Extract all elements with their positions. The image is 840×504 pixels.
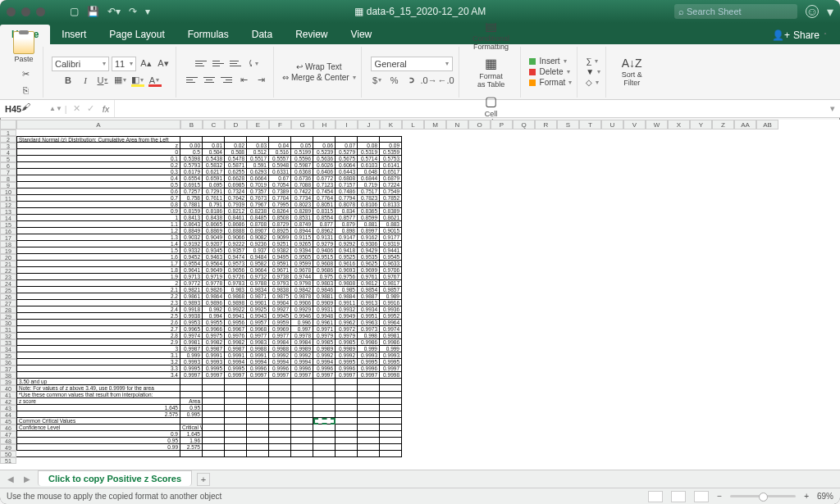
cell[interactable]: 3.2 <box>16 359 180 366</box>
cell[interactable]: 0.5948 <box>269 162 291 169</box>
cell[interactable]: 0.6368 <box>291 169 313 175</box>
cell[interactable] <box>358 411 380 418</box>
cell[interactable] <box>269 398 291 405</box>
cell[interactable] <box>358 438 380 444</box>
orientation-icon[interactable]: ⤹▾ <box>245 57 260 71</box>
cell[interactable]: 0.9994 <box>269 359 291 366</box>
cell[interactable]: 0.9032 <box>180 234 203 241</box>
align-center-icon[interactable] <box>202 75 217 86</box>
cell[interactable]: 0.9265 <box>291 241 313 247</box>
cell[interactable]: 1.7 <box>16 261 180 267</box>
cell[interactable]: 0.898 <box>336 228 358 234</box>
sort-filter-button[interactable]: A↓ZSort & Filter <box>614 55 649 89</box>
cell[interactable]: *Use these common values that result fro… <box>16 392 180 398</box>
cell[interactable]: 0.9881 <box>313 293 336 300</box>
format-as-table-button[interactable]: ▦Format as Table <box>472 54 511 90</box>
col-header[interactable]: U <box>601 120 623 129</box>
cell[interactable]: 0.9916 <box>380 300 402 306</box>
cell[interactable]: 0.9357 <box>225 247 247 254</box>
cell[interactable] <box>203 411 225 418</box>
col-header[interactable]: E <box>247 120 269 129</box>
cell[interactable] <box>269 136 291 143</box>
window-controls[interactable] <box>7 7 45 16</box>
cell[interactable] <box>380 438 402 444</box>
borders-button[interactable]: ▦▾ <box>112 73 127 88</box>
cell[interactable]: 0.9887 <box>358 293 380 300</box>
col-header[interactable]: T <box>579 120 601 129</box>
cell[interactable]: 0.9981 <box>180 339 203 346</box>
cell[interactable]: 0.6591 <box>203 175 225 182</box>
cell[interactable]: 0.8907 <box>247 228 269 234</box>
cell[interactable]: 0.881 <box>358 221 380 228</box>
cell[interactable]: 0.9772 <box>180 280 203 287</box>
cell[interactable]: 0.7517 <box>358 188 380 195</box>
cell[interactable] <box>336 392 358 398</box>
col-header[interactable]: A <box>16 120 180 129</box>
cell[interactable]: 0.9319 <box>380 241 402 247</box>
cell[interactable] <box>291 411 313 418</box>
cell[interactable]: 0.6443 <box>336 169 358 175</box>
cell[interactable]: 0.7734 <box>291 195 313 202</box>
underline-button[interactable]: U▾ <box>95 73 110 88</box>
cell[interactable]: 0.9984 <box>269 339 291 346</box>
row-header[interactable]: 1 <box>0 129 16 136</box>
cell[interactable]: 0.9943 <box>247 313 269 320</box>
row-header[interactable]: 34 <box>0 346 16 352</box>
row-header[interactable]: 24 <box>0 280 16 287</box>
cell[interactable] <box>247 425 269 431</box>
cell[interactable]: 0.512 <box>247 149 269 156</box>
cell[interactable]: 0.995 <box>180 411 203 418</box>
cell[interactable]: 0.7939 <box>225 202 247 208</box>
cell[interactable]: 1.5 <box>16 247 180 254</box>
row-header[interactable]: 45 <box>0 418 16 425</box>
row-header[interactable]: 48 <box>0 438 16 444</box>
cell[interactable]: 0.9306 <box>358 241 380 247</box>
cell[interactable]: 2.8 <box>16 333 180 339</box>
cell[interactable]: 0.9719 <box>203 274 225 280</box>
zoom-in-button[interactable]: + <box>804 492 809 501</box>
cell[interactable]: 0.9997 <box>203 372 225 379</box>
cell[interactable]: 0.9945 <box>269 313 291 320</box>
cell[interactable] <box>380 405 402 411</box>
cell[interactable]: 0.9929 <box>291 306 313 313</box>
cell[interactable]: 0.8133 <box>380 202 402 208</box>
cell[interactable]: 0.992 <box>203 306 225 313</box>
bold-button[interactable]: B <box>61 73 75 88</box>
col-header[interactable]: W <box>646 120 668 129</box>
cell[interactable]: 0.5714 <box>358 156 380 162</box>
cell[interactable]: 0.9992 <box>269 352 291 359</box>
cell[interactable]: 0.877 <box>313 221 336 228</box>
cell[interactable]: 0.9978 <box>291 333 313 339</box>
wrap-text-button[interactable]: ↩Wrap Text <box>296 62 342 71</box>
save-icon[interactable]: 💾 <box>87 6 99 17</box>
col-header[interactable]: F <box>269 120 291 129</box>
cell[interactable] <box>225 385 247 392</box>
cell[interactable] <box>225 438 247 444</box>
cell[interactable]: 0 <box>16 149 180 156</box>
cell[interactable]: 0.6772 <box>313 175 336 182</box>
cell[interactable]: 0.9162 <box>358 234 380 241</box>
sheet-tab-active[interactable]: Click to copy Positive z Scores <box>38 470 192 486</box>
row-header[interactable]: 35 <box>0 352 16 359</box>
cell[interactable]: 0.9616 <box>336 261 358 267</box>
row-header[interactable]: 33 <box>0 339 16 346</box>
cell[interactable]: 0.6664 <box>247 175 269 182</box>
cell[interactable] <box>291 425 313 431</box>
quick-access-toolbar[interactable]: ▢ 💾 ↶▾ ↷ ▾ <box>70 6 150 17</box>
cell[interactable]: 2.9 <box>16 339 180 346</box>
cell[interactable] <box>269 405 291 411</box>
cell[interactable]: 0.937 <box>247 247 269 254</box>
cell[interactable]: 0.9236 <box>247 241 269 247</box>
col-header[interactable]: M <box>424 120 446 129</box>
cell[interactable]: 0.9972 <box>336 326 358 333</box>
align-top-icon[interactable] <box>194 58 208 70</box>
cell[interactable]: 0.9904 <box>269 300 291 306</box>
cell[interactable]: 0.9798 <box>291 280 313 287</box>
cell[interactable]: 0.9864 <box>203 293 225 300</box>
cell[interactable]: 0.9932 <box>336 306 358 313</box>
cell[interactable]: 0.5517 <box>247 156 269 162</box>
cell[interactable]: 0.9599 <box>291 261 313 267</box>
autosum-button[interactable]: ∑▾ <box>586 57 598 66</box>
cell[interactable]: 0.9968 <box>247 326 269 333</box>
cell[interactable]: 0.9974 <box>180 333 203 339</box>
